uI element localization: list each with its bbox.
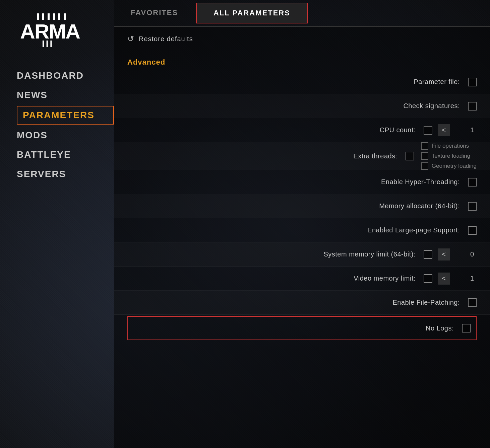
- sub-label-file-operations: File operations: [432, 143, 469, 149]
- param-label-no-logs: No Logs:: [133, 324, 462, 332]
- param-row-parameter-file: Parameter file:: [114, 70, 490, 94]
- param-checkbox-check-signatures[interactable]: [468, 102, 477, 110]
- cpu-count-stepper: < 1: [438, 124, 477, 136]
- sub-label-geometry-loading: Geometry loading: [432, 163, 477, 169]
- sidebar-item-battleye[interactable]: BATTLEYE: [17, 146, 114, 163]
- svg-text:III: III: [42, 39, 54, 49]
- restore-defaults-row[interactable]: ↺ Restore defaults: [114, 27, 490, 51]
- system-memory-stepper: < 0: [438, 248, 477, 260]
- param-row-file-patching: Enable File-Patching:: [114, 291, 490, 315]
- video-memory-stepper: < 1: [438, 273, 477, 285]
- param-label-system-memory: System memory limit (64-bit):: [127, 250, 424, 258]
- sub-checkbox-geometry-loading[interactable]: [421, 162, 428, 170]
- param-label-check-signatures: Check signatures:: [127, 102, 468, 110]
- svg-rect-3: [53, 13, 55, 20]
- system-memory-value: 0: [450, 250, 477, 258]
- sidebar: ARMA III DASHBOARD NEWS PARAMETERS MODS …: [0, 0, 114, 448]
- param-row-hyper-threading: Enable Hyper-Threading:: [114, 170, 490, 194]
- app-logo: ARMA III: [17, 13, 90, 50]
- main-content: FAVORITES ALL PARAMETERS ↺ Restore defau…: [114, 0, 490, 448]
- svg-rect-2: [48, 13, 50, 20]
- system-memory-decrement[interactable]: <: [438, 248, 450, 260]
- param-label-hyper-threading: Enable Hyper-Threading:: [127, 178, 468, 186]
- cpu-count-decrement[interactable]: <: [438, 124, 450, 136]
- tab-favorites[interactable]: FAVORITES: [114, 0, 195, 26]
- param-label-memory-allocator: Memory allocator (64-bit):: [127, 202, 468, 210]
- param-label-file-patching: Enable File-Patching:: [127, 299, 468, 306]
- svg-rect-0: [37, 13, 39, 20]
- svg-rect-1: [42, 13, 44, 20]
- param-row-check-signatures: Check signatures:: [114, 94, 490, 118]
- sidebar-item-news[interactable]: NEWS: [17, 86, 114, 104]
- restore-defaults-label: Restore defaults: [139, 35, 193, 43]
- sub-checkbox-file-operations[interactable]: [421, 142, 428, 150]
- sidebar-item-servers[interactable]: SERVERS: [17, 165, 114, 183]
- svg-rect-4: [58, 13, 60, 20]
- nav-menu: DASHBOARD NEWS PARAMETERS MODS BATTLEYE …: [17, 67, 114, 183]
- param-label-large-page: Enabled Large-page Support:: [127, 226, 468, 234]
- restore-icon: ↺: [127, 34, 134, 44]
- sub-option-file-operations[interactable]: File operations: [421, 142, 477, 150]
- sub-label-texture-loading: Texture loading: [432, 153, 470, 159]
- param-checkbox-system-memory[interactable]: [424, 250, 432, 259]
- param-label-cpu-count: CPU count:: [127, 126, 424, 134]
- sub-option-geometry-loading[interactable]: Geometry loading: [421, 162, 477, 170]
- sub-checkbox-texture-loading[interactable]: [421, 152, 428, 160]
- video-memory-decrement[interactable]: <: [438, 273, 450, 285]
- param-row-video-memory: Video memory limit: < 1: [114, 267, 490, 291]
- video-memory-value: 1: [450, 275, 477, 282]
- param-checkbox-no-logs[interactable]: [462, 324, 471, 332]
- section-advanced: Advanced: [114, 51, 490, 70]
- extra-threads-options: File operations Texture loading Geometry…: [421, 142, 477, 170]
- param-checkbox-file-patching[interactable]: [468, 298, 477, 307]
- param-checkbox-hyper-threading[interactable]: [468, 178, 477, 186]
- param-row-large-page: Enabled Large-page Support:: [114, 218, 490, 242]
- param-checkbox-cpu-count[interactable]: [424, 126, 432, 135]
- param-label-video-memory: Video memory limit:: [127, 275, 424, 282]
- tab-bar: FAVORITES ALL PARAMETERS: [114, 0, 490, 27]
- param-row-extra-threads: Extra threads: File operations Texture l…: [114, 142, 490, 170]
- param-checkbox-extra-threads[interactable]: [406, 152, 414, 160]
- param-row-system-memory: System memory limit (64-bit): < 0: [114, 242, 490, 267]
- param-checkbox-large-page[interactable]: [468, 226, 477, 235]
- param-label-parameter-file: Parameter file:: [127, 78, 468, 86]
- sidebar-item-mods[interactable]: MODS: [17, 127, 114, 144]
- param-checkbox-video-memory[interactable]: [424, 274, 432, 283]
- param-checkbox-parameter-file[interactable]: [468, 78, 477, 86]
- sub-option-texture-loading[interactable]: Texture loading: [421, 152, 477, 160]
- param-row-cpu-count: CPU count: < 1: [114, 118, 490, 142]
- cpu-count-value: 1: [450, 126, 477, 134]
- param-checkbox-memory-allocator[interactable]: [468, 202, 477, 211]
- tab-all-parameters[interactable]: ALL PARAMETERS: [196, 3, 308, 23]
- param-label-extra-threads: Extra threads:: [127, 152, 406, 160]
- svg-rect-5: [64, 13, 66, 20]
- sidebar-item-parameters[interactable]: PARAMETERS: [17, 106, 114, 125]
- sidebar-item-dashboard[interactable]: DASHBOARD: [17, 67, 114, 84]
- param-row-no-logs: No Logs:: [127, 316, 477, 340]
- parameters-content: ↺ Restore defaults Advanced Parameter fi…: [114, 27, 490, 448]
- param-row-memory-allocator: Memory allocator (64-bit):: [114, 194, 490, 218]
